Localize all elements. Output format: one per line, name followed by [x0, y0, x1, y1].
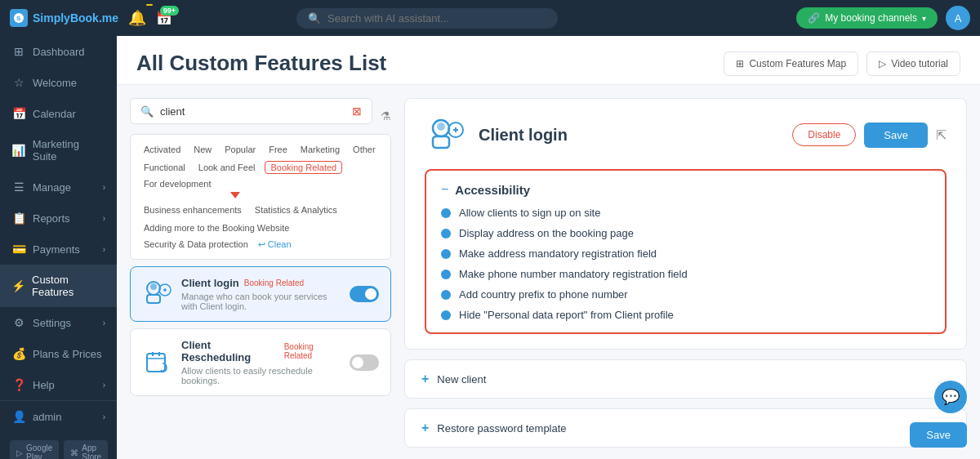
filter-clean-button[interactable]: ↩ Clean	[258, 238, 292, 251]
sidebar-label-welcome: Welcome	[33, 77, 77, 89]
sidebar-item-manage[interactable]: ☰ Manage ›	[0, 172, 117, 203]
client-rescheduling-title-text: Client Rescheduling	[181, 339, 279, 363]
video-tutorial-button[interactable]: ▷ Video tutorial	[866, 51, 960, 76]
logo[interactable]: S SimplyBook.me	[10, 9, 118, 27]
client-rescheduling-toggle[interactable]	[350, 354, 379, 371]
feature-item-3: Make phone number mandatory registration…	[459, 268, 688, 280]
feature-card-client-login[interactable]: Client login Booking Related Manage who …	[130, 266, 391, 322]
filter-marketing[interactable]: Marketing	[297, 143, 343, 156]
feature-item-5: Hide "Personal data report" from Client …	[459, 309, 674, 321]
filter-look-and-feel[interactable]: Look and Feel	[195, 161, 259, 174]
client-login-toggle[interactable]	[350, 286, 379, 302]
sidebar-item-marketing[interactable]: 📊 Marketing Suite	[0, 129, 117, 172]
svg-rect-4	[147, 295, 160, 303]
restore-password-label: Restore password template	[437, 422, 566, 434]
filter-functional[interactable]: Functional	[140, 161, 189, 174]
apple-icon: ⌘	[70, 448, 78, 457]
client-login-title-text: Client login	[181, 277, 239, 289]
tutorial-label: Video tutorial	[891, 58, 948, 69]
map-label: Custom Features Map	[749, 58, 846, 69]
feature-item-4: Add country prefix to phone number	[459, 288, 628, 301]
feature-detail-header: Client login Disable Save ⇱	[425, 114, 947, 156]
sidebar-label-dashboard: Dashboard	[33, 46, 85, 58]
chat-fab-button[interactable]: 💬	[934, 381, 967, 413]
search-input[interactable]	[327, 12, 546, 25]
app-store-button[interactable]: ⌘ App Store	[64, 440, 108, 459]
content-area: 🔍 ⊠ ⚗ Activated New Popular Free Marketi…	[117, 85, 980, 455]
search-container: 🔍 ⊠	[130, 98, 372, 124]
admin-icon: 👤	[11, 410, 26, 423]
custom-features-map-button[interactable]: ⊞ Custom Features Map	[724, 51, 858, 76]
restore-password-section[interactable]: + Restore password template	[404, 408, 967, 448]
list-item: Make address mandatory registration fiel…	[441, 247, 930, 260]
booking-channels-button[interactable]: 🔗 My booking channels ▾	[796, 7, 938, 29]
left-panel: 🔍 ⊠ ⚗ Activated New Popular Free Marketi…	[130, 98, 391, 442]
detail-title: Client login	[479, 126, 568, 145]
sidebar-item-custom-features[interactable]: ⚡ Custom Features	[0, 265, 117, 307]
sidebar-label-marketing: Marketing Suite	[33, 138, 105, 163]
google-play-label: Google Play	[26, 443, 52, 459]
client-login-card-icon	[142, 279, 173, 310]
disable-button[interactable]: Disable	[792, 123, 856, 146]
link-icon: 🔗	[808, 12, 820, 24]
filter-new[interactable]: New	[190, 143, 215, 156]
sidebar-item-calendar[interactable]: 📅 Calendar	[0, 98, 117, 129]
client-rescheduling-card-icon	[142, 347, 173, 378]
arrow-down-icon	[230, 192, 240, 198]
main-layout: ⊞ Dashboard ☆ Welcome 📅 Calendar 📊 Marke…	[0, 36, 980, 459]
filter-activated[interactable]: Activated	[140, 143, 184, 156]
search-row: 🔍 ⊠ ⚗	[130, 98, 391, 134]
page-title: All Custom Features List	[136, 51, 386, 76]
sidebar-item-admin[interactable]: 👤 admin ›	[0, 400, 117, 432]
svg-rect-14	[433, 136, 449, 148]
sidebar-label-payments: Payments	[33, 243, 80, 256]
avatar[interactable]: A	[946, 6, 970, 30]
sidebar-label-reports: Reports	[33, 212, 70, 225]
sidebar-item-reports[interactable]: 📋 Reports ›	[0, 203, 117, 234]
expand-icon[interactable]: ⇱	[936, 127, 947, 143]
filter-popular[interactable]: Popular	[221, 143, 259, 156]
filter-booking-related[interactable]: Booking Related	[265, 161, 342, 174]
sidebar-label-help: Help	[33, 379, 55, 391]
detail-icon	[425, 114, 467, 156]
save-button-top[interactable]: Save	[864, 123, 928, 148]
filter-other[interactable]: Other	[350, 143, 379, 156]
filter-row-4: Adding more to the Booking Website Secur…	[140, 221, 381, 251]
filter-adding-more[interactable]: Adding more to the Booking Website	[140, 221, 292, 234]
store-buttons: ▷ Google Play ⌘ App Store	[0, 432, 117, 459]
custom-features-icon: ⚡	[11, 279, 25, 292]
search-bar[interactable]: 🔍	[296, 8, 558, 29]
notification-bell[interactable]: 🔔	[128, 9, 146, 27]
filter-free[interactable]: Free	[265, 143, 291, 156]
filter-security[interactable]: Security & Data protection	[140, 238, 252, 251]
sidebar-item-dashboard[interactable]: ⊞ Dashboard	[0, 36, 117, 67]
list-item: Make phone number mandatory registration…	[441, 268, 930, 280]
calendar-notification[interactable]: 📅 99+	[156, 11, 172, 26]
payments-icon: 💳	[11, 243, 26, 256]
clean-icon: ↩	[258, 239, 265, 250]
client-login-badge: Booking Related	[244, 279, 304, 287]
list-item: Allow clients to sign up on site	[441, 207, 930, 219]
accessibility-section: − Accessibility Allow clients to sign up…	[425, 169, 947, 334]
save-fab-button[interactable]: Save	[910, 422, 967, 448]
manage-chevron-icon: ›	[103, 183, 105, 192]
collapse-icon[interactable]: −	[441, 182, 448, 197]
filter-icon[interactable]: ⚗	[381, 109, 391, 123]
google-play-button[interactable]: ▷ Google Play	[10, 440, 59, 459]
new-client-section[interactable]: + New client	[404, 359, 967, 399]
feature-card-client-rescheduling[interactable]: Client Rescheduling Booking Related Allo…	[130, 328, 391, 396]
main-content: All Custom Features List ⊞ Custom Featur…	[117, 36, 980, 459]
search-clear-icon[interactable]: ⊠	[352, 105, 362, 118]
filter-for-development[interactable]: For development	[140, 177, 215, 190]
filter-business[interactable]: Business enhancements	[140, 203, 245, 216]
sidebar-item-settings[interactable]: ⚙ Settings ›	[0, 307, 117, 338]
list-item: Hide "Personal data report" from Client …	[441, 309, 930, 321]
settings-icon: ⚙	[11, 316, 26, 329]
svg-point-13	[437, 123, 445, 131]
sidebar-item-payments[interactable]: 💳 Payments ›	[0, 234, 117, 265]
sidebar-item-plans[interactable]: 💰 Plans & Prices	[0, 338, 117, 369]
filter-statistics[interactable]: Statistics & Analytics	[252, 203, 341, 216]
sidebar-item-help[interactable]: ❓ Help ›	[0, 369, 117, 400]
feature-search-input[interactable]	[160, 105, 345, 118]
sidebar-item-welcome[interactable]: ☆ Welcome	[0, 67, 117, 98]
